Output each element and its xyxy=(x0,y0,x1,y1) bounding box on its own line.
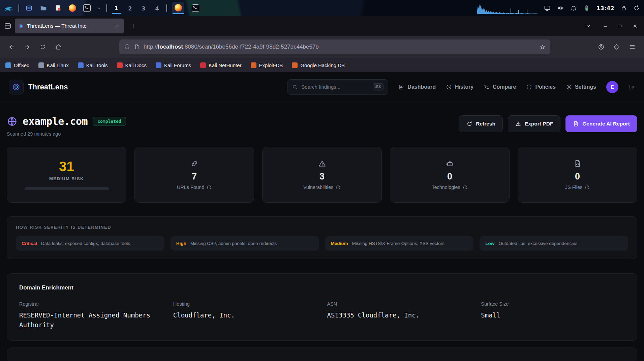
volume-icon[interactable] xyxy=(557,5,564,11)
enrichment-title: Domain Enrichment xyxy=(19,284,625,291)
risk-score-value: 31 xyxy=(59,160,74,173)
launcher-chevron-icon[interactable] xyxy=(97,6,101,10)
workspace-4[interactable]: 4 xyxy=(153,2,161,14)
taskbar-tray: 13:42 xyxy=(477,2,640,14)
search-input[interactable]: Search findings... ⌘K xyxy=(287,79,388,95)
app-menu-icon[interactable] xyxy=(625,40,639,54)
tab-history[interactable]: History xyxy=(446,84,473,90)
severity-level-desc: Missing HSTS/X-Frame-Options, XSS vector… xyxy=(352,241,445,246)
workspace-2[interactable]: 2 xyxy=(126,2,134,14)
tab-favicon xyxy=(18,23,24,29)
bookmark-google-hacking-db[interactable]: Google Hacking DB xyxy=(292,62,345,68)
reload-icon[interactable] xyxy=(36,40,50,54)
field-registrar: Registrar RESERVED-Internet Assigned Num… xyxy=(19,301,163,330)
forward-icon[interactable] xyxy=(21,40,34,54)
severity-level-name: Low xyxy=(485,241,494,246)
tab-close-icon[interactable] xyxy=(113,22,121,30)
scan-header: example.com completed Scanned 29 minutes… xyxy=(7,115,637,137)
workspace-1[interactable]: 1 xyxy=(112,2,121,14)
js-files-card[interactable]: 0 JS Files xyxy=(518,147,637,203)
power-session-icon[interactable] xyxy=(633,5,640,11)
severity-level-name: Critical xyxy=(22,241,37,246)
tracking-protection-icon[interactable] xyxy=(124,44,130,50)
taskbar-terminal-window[interactable]: $_ xyxy=(189,2,202,14)
bookmark-label: Kali Linux xyxy=(47,62,69,68)
bookmark-kali-docs[interactable]: Kali Docs xyxy=(117,62,147,68)
tab-dashboard[interactable]: Dashboard xyxy=(398,84,436,90)
severity-high: High Missing CSP, admin panels, open red… xyxy=(171,236,319,251)
logout-icon[interactable] xyxy=(628,84,635,90)
generate-ai-report-button[interactable]: Generate AI Report xyxy=(565,115,637,132)
search-shortcut-kbd: ⌘K xyxy=(373,83,384,90)
search-icon xyxy=(292,84,298,90)
firefox-view-icon[interactable] xyxy=(4,22,11,30)
info-icon[interactable] xyxy=(336,185,341,190)
bookmark-kali-linux[interactable]: Kali Linux xyxy=(38,62,69,68)
nav-label: Dashboard xyxy=(407,84,436,90)
terminal-launcher-icon[interactable]: $_ xyxy=(82,3,92,13)
info-icon[interactable] xyxy=(585,185,590,190)
extensions-icon[interactable] xyxy=(610,40,623,54)
cpu-graph[interactable] xyxy=(477,2,538,14)
bookmark-favicon xyxy=(251,62,256,68)
tab-policies[interactable]: Policies xyxy=(526,84,555,90)
window-minimize-button[interactable] xyxy=(600,21,610,31)
bookmark-kali-forums[interactable]: Kali Forums xyxy=(156,62,191,68)
stat-value: 0 xyxy=(575,172,580,182)
kali-menu-icon[interactable] xyxy=(4,3,13,13)
account-icon[interactable] xyxy=(594,40,608,54)
field-hosting: Hosting Cloudflare, Inc. xyxy=(173,301,317,330)
taskbar-separator xyxy=(166,4,167,12)
bookmark-favicon xyxy=(156,62,161,68)
refresh-button[interactable]: Refresh xyxy=(459,115,503,132)
url-text[interactable]: http://localhost:8080/scan/16be56de-f722… xyxy=(144,44,536,50)
firefox-launcher-icon[interactable] xyxy=(68,3,77,13)
notifications-icon[interactable] xyxy=(570,5,577,11)
bookmark-label: OffSec xyxy=(14,62,29,68)
brand[interactable]: ThreatLens xyxy=(9,80,68,94)
globe-icon xyxy=(7,116,18,127)
urls-found-card[interactable]: 7 URLs Found xyxy=(134,147,254,203)
text-editor-icon[interactable] xyxy=(53,3,63,13)
severity-level-desc: Outdated libs, excessive dependencies xyxy=(498,241,577,246)
bookmark-exploit-db[interactable]: Exploit-DB xyxy=(251,62,283,68)
taskbar-firefox-window[interactable] xyxy=(172,2,184,14)
url-bar[interactable]: http://localhost:8080/scan/16be56de-f722… xyxy=(119,39,550,54)
browser-tab-active[interactable]: ThreatLens — Threat Inte xyxy=(15,19,124,33)
vulnerabilities-card[interactable]: 3 Vulnerabilities xyxy=(262,147,382,203)
info-icon[interactable] xyxy=(463,185,468,190)
window-maximize-button[interactable] xyxy=(615,21,625,31)
nav-label: History xyxy=(455,84,473,90)
tab-settings[interactable]: Settings xyxy=(566,84,596,90)
field-value: AS13335 Cloudflare, Inc. xyxy=(327,310,471,320)
battery-icon[interactable] xyxy=(583,5,590,11)
workspace-3[interactable]: 3 xyxy=(139,2,148,14)
stat-value: 7 xyxy=(192,172,197,182)
info-icon[interactable] xyxy=(207,185,212,190)
file-manager-icon[interactable] xyxy=(39,3,48,13)
new-tab-button[interactable] xyxy=(127,20,140,32)
lock-screen-icon[interactable] xyxy=(621,5,627,11)
warning-icon xyxy=(318,160,326,168)
screenshot-icon[interactable] xyxy=(544,5,551,11)
home-icon[interactable] xyxy=(52,40,65,54)
technologies-card[interactable]: 0 Technologies xyxy=(390,147,510,203)
stat-label: Vulnerabilities xyxy=(303,185,334,190)
stat-label: Technologies xyxy=(432,185,460,190)
bookmark-offsec[interactable]: OffSec xyxy=(5,62,29,68)
avatar[interactable]: E xyxy=(606,81,618,93)
site-info-icon[interactable] xyxy=(134,44,140,50)
tab-compare[interactable]: Compare xyxy=(484,84,516,90)
window-close-button[interactable] xyxy=(630,21,640,31)
export-pdf-button[interactable]: Export PDF xyxy=(508,115,560,132)
display-settings-icon[interactable] xyxy=(24,3,34,13)
back-icon[interactable] xyxy=(5,40,19,54)
bookmark-kali-nethunter[interactable]: Kali NetHunter xyxy=(200,62,242,68)
risk-score-card[interactable]: 31 MEDIUM RISK xyxy=(7,147,126,203)
bookmark-star-icon[interactable] xyxy=(540,44,546,50)
next-section-card xyxy=(7,348,637,361)
scan-actions: Refresh Export PDF Generate AI Report xyxy=(459,115,637,132)
taskbar-clock[interactable]: 13:42 xyxy=(596,5,614,11)
bookmark-kali-tools[interactable]: Kali Tools xyxy=(78,62,108,68)
list-all-tabs-icon[interactable] xyxy=(585,23,591,29)
